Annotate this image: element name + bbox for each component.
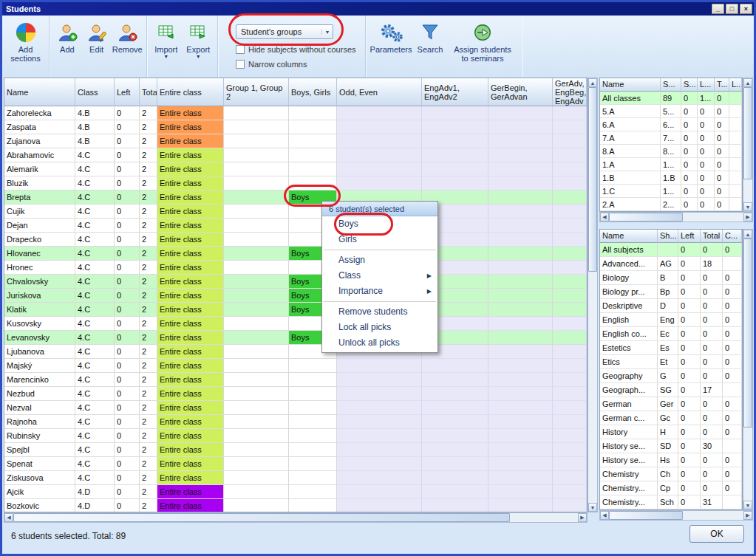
cell[interactable] (337, 162, 422, 176)
cell[interactable]: Entire class (157, 387, 224, 401)
scroll-thumb[interactable] (588, 87, 597, 272)
cell[interactable]: 4.C (75, 317, 115, 331)
cell[interactable]: 0 (115, 233, 140, 247)
export-dropdown-icon[interactable]: ▼ (196, 54, 201, 59)
cell[interactable] (488, 205, 553, 219)
cell[interactable]: 0 (115, 275, 140, 289)
cell[interactable] (488, 219, 553, 233)
list-item[interactable]: 2.A2...000 (600, 198, 742, 211)
list-item[interactable]: All classes8901...0 (600, 92, 742, 105)
column-header[interactable]: Name (600, 78, 661, 92)
cell[interactable]: Abrahamovic (4, 148, 75, 162)
cell[interactable]: 4.C (75, 261, 115, 275)
table-row[interactable]: Nezbud4.C02Entire class (4, 387, 587, 401)
table-row[interactable]: Ljubanova4.C02Entire class (4, 345, 587, 359)
cell[interactable]: 4.B (75, 134, 115, 148)
cell[interactable]: Spenat (4, 457, 75, 471)
cell[interactable]: 4.C (75, 247, 115, 261)
cell[interactable] (224, 191, 289, 205)
cell[interactable]: 4.B (75, 120, 115, 134)
cell[interactable]: Alemarik (4, 162, 75, 176)
cell[interactable] (224, 148, 289, 162)
column-header[interactable]: Boys, Girls (289, 78, 337, 106)
cell[interactable]: 0 (115, 205, 140, 219)
cell[interactable] (337, 429, 422, 443)
list-item[interactable]: HistoryH000 (600, 425, 742, 439)
cell[interactable]: Entire class (157, 415, 224, 429)
cell[interactable] (422, 359, 488, 373)
table-row[interactable]: Spejbl4.C02Entire class (4, 443, 587, 457)
cell[interactable] (488, 317, 553, 331)
cell[interactable]: 4.C (75, 457, 115, 471)
cell[interactable]: Bluzik (4, 176, 75, 191)
cell[interactable]: Hlovanec (4, 247, 75, 261)
cell[interactable]: Entire class (157, 443, 224, 457)
cell[interactable]: 0 (115, 303, 140, 317)
cell[interactable]: 2 (140, 331, 157, 345)
cell[interactable] (289, 457, 337, 471)
cell[interactable]: Rubinsky (4, 429, 75, 443)
scroll-left-button[interactable]: ◀ (4, 513, 13, 522)
table-row[interactable]: Rubinsky4.C02Entire class (4, 429, 587, 443)
cell[interactable]: 0 (115, 162, 140, 176)
column-header[interactable]: Class (75, 78, 115, 106)
cell[interactable]: Entire class (157, 471, 224, 485)
scroll-thumb[interactable] (13, 513, 510, 522)
cell[interactable] (422, 134, 488, 148)
scroll-track[interactable] (609, 213, 743, 222)
cell[interactable]: 2 (140, 359, 157, 373)
cell[interactable] (224, 275, 289, 289)
cell[interactable]: Entire class (157, 233, 224, 247)
menu-item[interactable]: Class▶ (322, 268, 437, 284)
cell[interactable]: 2 (140, 443, 157, 457)
cell[interactable]: 4.C (75, 289, 115, 303)
cell[interactable] (553, 205, 587, 219)
column-header[interactable]: S... (661, 78, 681, 92)
column-header[interactable]: T... (715, 78, 729, 92)
cell[interactable]: 4.C (75, 387, 115, 401)
add-button[interactable]: Add (52, 18, 82, 73)
cell[interactable] (553, 471, 587, 485)
cell[interactable]: 4.C (75, 303, 115, 317)
cell[interactable]: 2 (140, 191, 157, 205)
cell[interactable] (553, 247, 587, 261)
scroll-up-button[interactable]: ▲ (743, 230, 752, 238)
cell[interactable] (289, 134, 337, 148)
parameters-button[interactable]: Parameters (369, 18, 413, 73)
list-item[interactable]: Geograph...SG017 (600, 383, 742, 397)
cell[interactable] (224, 373, 289, 387)
cell[interactable]: Brepta (4, 191, 75, 205)
scroll-down-button[interactable]: ▼ (743, 202, 752, 211)
menu-item[interactable]: Unlock all picks (322, 335, 437, 351)
cell[interactable]: 4.D (75, 499, 115, 512)
main-table-hscrollbar[interactable]: ◀ ▶ (4, 512, 588, 523)
cell[interactable]: 0 (115, 429, 140, 443)
cell[interactable] (337, 120, 422, 134)
cell[interactable]: Ljubanova (4, 345, 75, 359)
list-item[interactable]: All subjects000 (600, 243, 742, 257)
cell[interactable] (337, 457, 422, 471)
scroll-up-button[interactable]: ▲ (743, 78, 752, 87)
cell[interactable]: 2 (140, 120, 157, 134)
cell[interactable]: 0 (115, 106, 140, 120)
cell[interactable] (289, 499, 337, 512)
scroll-track[interactable] (588, 87, 597, 503)
scroll-track[interactable] (13, 513, 578, 522)
table-row[interactable]: Majský4.C02Entire class (4, 359, 587, 373)
cell[interactable]: Zahorelecka (4, 106, 75, 120)
add-sections-button[interactable]: Add sections (5, 18, 46, 73)
cell[interactable]: 4.C (75, 148, 115, 162)
table-row[interactable]: Ajcik4.D02Entire class (4, 485, 587, 499)
cell[interactable]: 4.C (75, 345, 115, 359)
cell[interactable] (337, 443, 422, 457)
cell[interactable]: Zujanova (4, 134, 75, 148)
column-header[interactable]: L... (729, 78, 742, 92)
remove-button[interactable]: Remove (111, 18, 143, 73)
cell[interactable] (488, 261, 553, 275)
scroll-right-button[interactable]: ▶ (743, 511, 752, 520)
cell[interactable]: 0 (115, 499, 140, 512)
cell[interactable] (224, 387, 289, 401)
list-item[interactable]: DeskriptiveD000 (600, 299, 742, 313)
cell[interactable] (224, 261, 289, 275)
import-dropdown-icon[interactable]: ▼ (163, 54, 168, 59)
